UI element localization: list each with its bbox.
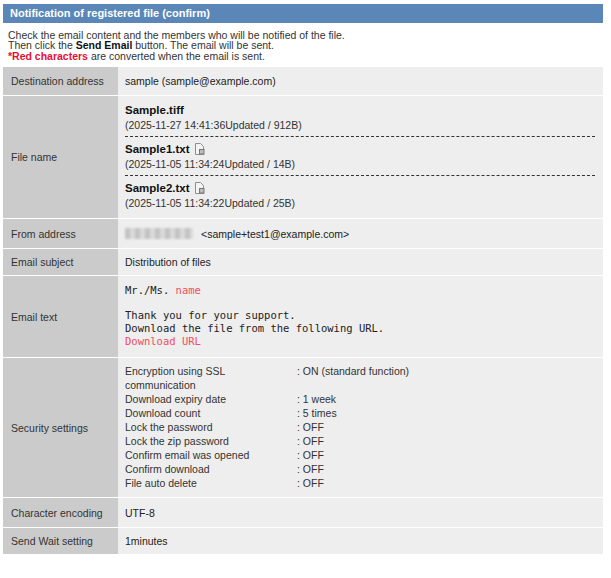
row-label: Email subject xyxy=(3,249,118,275)
page-title: Notification of registered file (confirm… xyxy=(3,4,603,23)
row-label: Send Wait setting xyxy=(3,528,118,554)
destination-address-value: sample (sample@example.com) xyxy=(118,67,603,95)
red-characters-note: *Red characters xyxy=(8,50,88,62)
email-body-line: Thank you for your support. xyxy=(125,309,595,322)
security-setting: Download count5 times xyxy=(125,406,595,420)
row-label: Destination address xyxy=(3,67,118,95)
security-setting: Confirm email was openedOFF xyxy=(125,448,595,462)
security-setting: Confirm downloadOFF xyxy=(125,462,595,476)
page: Notification of registered file (confirm… xyxy=(0,0,611,578)
row-security-settings: Security settings Encryption using SSL c… xyxy=(3,357,603,497)
locked-file-icon xyxy=(194,182,205,194)
download-url-placeholder: Download URL xyxy=(125,335,595,348)
row-character-encoding: Character encoding UTF-8 xyxy=(3,497,603,527)
row-send-wait-setting: Send Wait setting 1minutes xyxy=(3,527,603,554)
row-label: File name xyxy=(3,96,118,218)
redacted-sender-name xyxy=(125,228,193,239)
email-body-line: Download the file from the following URL… xyxy=(125,322,595,335)
row-email-text: Email text Mr./Ms. name Thank you for yo… xyxy=(3,275,603,357)
file-item: Sample1.txt (2025-11-05 11:34:24Updated … xyxy=(125,136,595,175)
file-meta: (2025-11-05 11:34:22Updated / 25B) xyxy=(125,197,595,209)
file-meta: (2025-11-05 11:34:24Updated / 14B) xyxy=(125,158,595,170)
row-email-subject: Email subject Distribution of files xyxy=(3,248,603,275)
locked-file-icon xyxy=(194,143,205,155)
send-wait-value: 1minutes xyxy=(118,528,603,554)
email-subject-value: Distribution of files xyxy=(118,249,603,275)
intro-line-3: *Red characters are converted when the e… xyxy=(8,51,603,61)
row-label: Security settings xyxy=(3,358,118,497)
file-item: Sample.tiff (2025-11-27 14:41:36Updated … xyxy=(125,98,595,136)
row-label: Email text xyxy=(3,276,118,357)
email-text-value: Mr./Ms. name Thank you for your support.… xyxy=(118,276,603,357)
intro-text: Check the email content and the members … xyxy=(8,30,603,61)
file-name: Sample2.txt xyxy=(125,182,595,194)
security-settings-list: Encryption using SSL communicationON (st… xyxy=(118,358,603,497)
file-list: Sample.tiff (2025-11-27 14:41:36Updated … xyxy=(118,96,603,218)
email-greeting: Mr./Ms. name xyxy=(125,284,595,297)
character-encoding-value: UTF-8 xyxy=(118,498,603,527)
row-destination-address: Destination address sample (sample@examp… xyxy=(3,67,603,95)
confirmation-table: Destination address sample (sample@examp… xyxy=(3,67,603,554)
file-meta: (2025-11-27 14:41:36Updated / 912B) xyxy=(125,119,595,131)
row-from-address: From address <sample+test1@example.com> xyxy=(3,218,603,248)
from-address-value: <sample+test1@example.com> xyxy=(118,219,603,248)
security-setting: Lock the zip passwordOFF xyxy=(125,434,595,448)
name-placeholder: name xyxy=(176,284,201,296)
file-name: Sample.tiff xyxy=(125,104,595,116)
file-item: Sample2.txt (2025-11-05 11:34:22Updated … xyxy=(125,175,595,214)
row-label: Character encoding xyxy=(3,498,118,527)
security-setting: File auto deleteOFF xyxy=(125,476,595,490)
security-setting: Encryption using SSL communicationON (st… xyxy=(125,364,595,392)
file-name: Sample1.txt xyxy=(125,143,595,155)
security-setting: Download expiry date1 week xyxy=(125,392,595,406)
row-file-name: File name Sample.tiff (2025-11-27 14:41:… xyxy=(3,95,603,218)
row-label: From address xyxy=(3,219,118,248)
security-setting: Lock the passwordOFF xyxy=(125,420,595,434)
